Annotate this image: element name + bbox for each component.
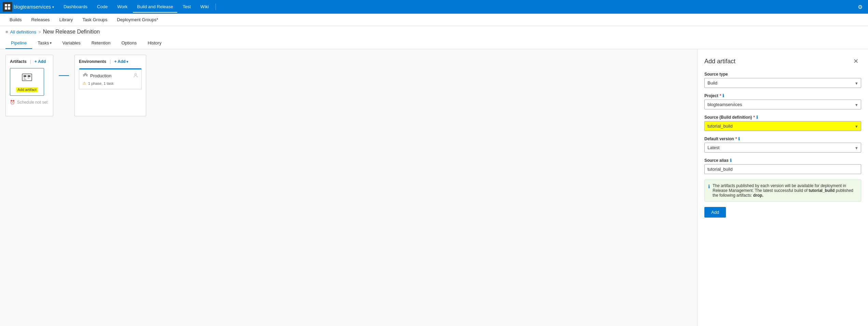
environments-section: Environments | + Add ▾ bbox=[74, 55, 146, 116]
environments-add-button[interactable]: + Add ▾ bbox=[114, 59, 128, 64]
app-logo bbox=[3, 2, 12, 12]
schedule-row: ⏰ Schedule not set bbox=[10, 100, 49, 105]
default-version-select[interactable]: Latest Specify at the time of release cr… bbox=[704, 143, 861, 153]
env-icon bbox=[83, 72, 88, 79]
artifact-card[interactable]: Add artifact bbox=[10, 68, 44, 96]
top-nav: blogteamservices ▾ Dashboards Code Work … bbox=[0, 0, 868, 14]
project-select-wrapper: blogteamservices bbox=[704, 100, 861, 109]
tab-retention[interactable]: Retention bbox=[86, 38, 116, 49]
main-area: Artifacts | + Add Add artifact bbox=[0, 49, 868, 326]
svg-rect-7 bbox=[24, 79, 26, 80]
artifacts-add-button[interactable]: + Add bbox=[35, 59, 46, 64]
artifacts-header: Artifacts | + Add bbox=[10, 59, 49, 64]
source-alias-group: Source alias ℹ bbox=[704, 158, 861, 174]
project-info-icon: ℹ bbox=[722, 93, 724, 98]
source-def-required: * bbox=[753, 115, 755, 120]
info-box: ℹ The artifacts published by each versio… bbox=[704, 180, 861, 201]
svg-rect-2 bbox=[5, 7, 7, 10]
project-label: Project * ℹ bbox=[704, 93, 861, 98]
source-type-select-wrapper: Build GitHub Jenkins bbox=[704, 78, 861, 88]
env-name-text: Production bbox=[90, 73, 111, 78]
main-nav: Dashboards Code Work Build and Release T… bbox=[59, 1, 855, 13]
add-artifact-button[interactable]: Add bbox=[704, 207, 726, 218]
nav-item-dashboards[interactable]: Dashboards bbox=[59, 1, 92, 13]
env-name-row: Production bbox=[83, 72, 111, 79]
schedule-clock-icon: ⏰ bbox=[10, 100, 15, 105]
project-select[interactable]: blogteamservices bbox=[704, 100, 861, 109]
side-panel-header: Add artifact ✕ bbox=[704, 56, 861, 66]
nav-item-build-release[interactable]: Build and Release bbox=[133, 1, 177, 13]
page-title: New Release Definition bbox=[43, 29, 100, 35]
tab-options[interactable]: Options bbox=[116, 38, 142, 49]
breadcrumb-parent[interactable]: All definitions bbox=[10, 29, 37, 35]
default-version-select-wrapper: Latest Specify at the time of release cr… bbox=[704, 143, 861, 153]
tasks-dropdown-icon: ▾ bbox=[50, 41, 52, 45]
info-box-bold: tutorial_build bbox=[809, 188, 835, 193]
source-def-select-wrapper: tutorial_build bbox=[704, 121, 861, 131]
default-version-info-icon: ℹ bbox=[738, 136, 740, 141]
default-version-label: Default version * ℹ bbox=[704, 136, 861, 141]
env-top-bar bbox=[79, 68, 141, 69]
env-meta-text: 1 phase, 1 task bbox=[88, 81, 114, 86]
tab-tasks[interactable]: Tasks ▾ bbox=[32, 38, 57, 49]
close-button[interactable]: ✕ bbox=[851, 56, 861, 66]
env-meta: ⚠ 1 phase, 1 task bbox=[83, 81, 138, 86]
env-warning-icon: ⚠ bbox=[83, 81, 86, 86]
breadcrumb-separator: > bbox=[38, 29, 41, 35]
side-panel-title: Add artifact bbox=[704, 58, 735, 65]
info-box-artifact: drop. bbox=[753, 193, 763, 198]
info-box-icon: ℹ bbox=[708, 184, 710, 198]
svg-rect-1 bbox=[8, 4, 10, 6]
pipeline-canvas: Artifacts | + Add Add artifact bbox=[0, 49, 697, 326]
nav-item-code[interactable]: Code bbox=[93, 1, 112, 13]
nav-item-test[interactable]: Test bbox=[179, 1, 195, 13]
info-box-content: The artifacts published by each version … bbox=[713, 183, 857, 198]
breadcrumb-icon: ≡ bbox=[5, 29, 8, 35]
schedule-text[interactable]: Schedule not set bbox=[17, 100, 47, 105]
nav-item-work[interactable]: Work bbox=[113, 1, 132, 13]
connector bbox=[59, 75, 69, 76]
source-def-select[interactable]: tutorial_build bbox=[704, 121, 861, 131]
source-type-label: Source type bbox=[704, 72, 861, 77]
org-name[interactable]: blogteamservices ▾ bbox=[14, 4, 54, 10]
subnav-deployment-groups[interactable]: Deployment Groups* bbox=[113, 14, 162, 25]
project-group: Project * ℹ blogteamservices bbox=[704, 93, 861, 109]
svg-rect-0 bbox=[5, 4, 7, 6]
environment-card[interactable]: Production ⚠ 1 phase, 1 task bbox=[79, 68, 142, 89]
env-person-icon bbox=[133, 73, 138, 79]
environments-add-chevron-icon: ▾ bbox=[126, 60, 128, 64]
source-type-select[interactable]: Build GitHub Jenkins bbox=[704, 78, 861, 88]
source-alias-label: Source alias ℹ bbox=[704, 158, 861, 163]
artifact-label: Add artifact bbox=[16, 87, 38, 92]
tab-bar: Pipeline Tasks ▾ Variables Retention Opt… bbox=[0, 38, 868, 49]
svg-rect-5 bbox=[24, 75, 26, 77]
subnav-library[interactable]: Library bbox=[55, 14, 77, 25]
subnav-builds[interactable]: Builds bbox=[5, 14, 26, 25]
source-def-info-icon: ℹ bbox=[756, 115, 758, 120]
tab-pipeline[interactable]: Pipeline bbox=[5, 38, 32, 49]
nav-separator bbox=[216, 3, 216, 10]
source-def-group: Source (Build definition) * ℹ tutorial_b… bbox=[704, 115, 861, 131]
svg-rect-6 bbox=[24, 78, 25, 78]
nav-item-wiki[interactable]: Wiki bbox=[196, 1, 213, 13]
svg-rect-9 bbox=[28, 78, 29, 78]
default-version-group: Default version * ℹ Latest Specify at th… bbox=[704, 136, 861, 153]
side-panel: Add artifact ✕ Source type Build GitHub … bbox=[697, 49, 868, 326]
subnav-releases[interactable]: Releases bbox=[27, 14, 54, 25]
source-alias-input[interactable] bbox=[704, 164, 861, 174]
environments-title: Environments bbox=[79, 59, 106, 64]
source-type-group: Source type Build GitHub Jenkins bbox=[704, 72, 861, 88]
svg-rect-3 bbox=[8, 7, 10, 10]
env-card-header: Production bbox=[83, 72, 138, 79]
subnav-task-groups[interactable]: Task Groups bbox=[78, 14, 111, 25]
settings-gear-icon[interactable]: ⚙ bbox=[855, 1, 865, 13]
tab-history[interactable]: History bbox=[142, 38, 167, 49]
breadcrumb: ≡ All definitions > New Release Definiti… bbox=[0, 26, 868, 38]
source-alias-info-icon: ℹ bbox=[730, 158, 732, 163]
source-def-label: Source (Build definition) * ℹ bbox=[704, 115, 861, 120]
environments-header: Environments | + Add ▾ bbox=[79, 59, 142, 64]
tab-variables[interactable]: Variables bbox=[57, 38, 86, 49]
svg-rect-8 bbox=[28, 75, 30, 77]
svg-point-10 bbox=[85, 73, 86, 75]
org-chevron-icon: ▾ bbox=[52, 5, 54, 9]
